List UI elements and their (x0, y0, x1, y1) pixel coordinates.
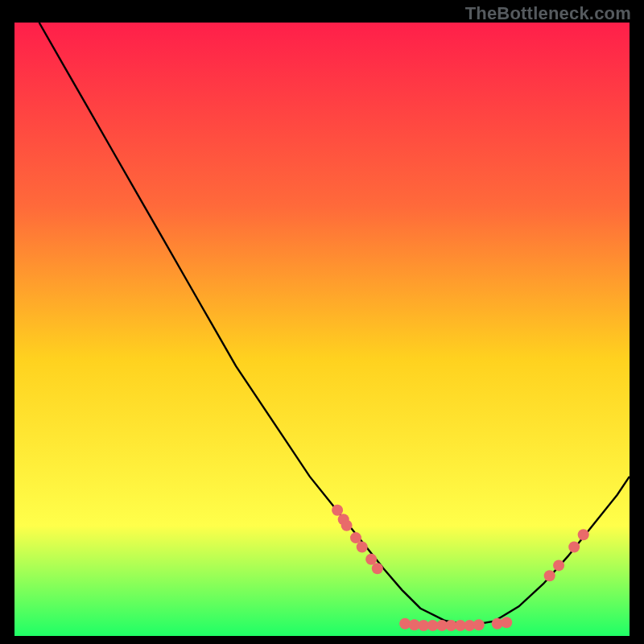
watermark-text: TheBottleneck.com (465, 3, 631, 24)
gradient-background (14, 23, 630, 636)
curve-marker (578, 529, 589, 540)
curve-marker (553, 559, 564, 571)
curve-marker (357, 542, 368, 553)
chart-frame (14, 23, 630, 636)
curve-marker (341, 520, 353, 531)
curve-marker (332, 505, 343, 516)
curve-marker (568, 542, 580, 553)
curve-marker (473, 619, 485, 630)
curve-marker (544, 570, 555, 581)
curve-marker (365, 554, 377, 565)
curve-marker (501, 617, 512, 628)
curve-marker (350, 532, 361, 543)
curve-marker (372, 563, 383, 574)
bottleneck-chart (14, 23, 630, 636)
